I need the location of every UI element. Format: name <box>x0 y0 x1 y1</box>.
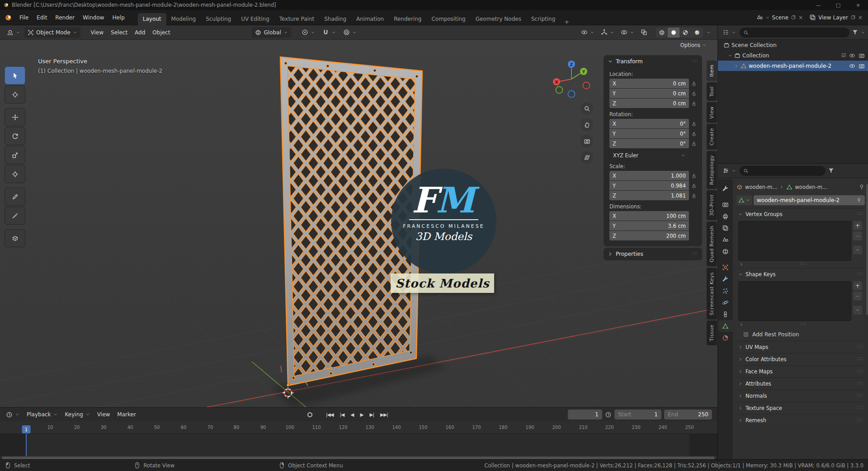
remove-view-layer-icon[interactable]: × <box>858 14 863 21</box>
ortho-toggle-button[interactable] <box>580 151 593 164</box>
menu-file[interactable]: File <box>15 12 33 23</box>
lock-location-x[interactable] <box>689 81 698 86</box>
panel-grip-icon[interactable] <box>856 345 863 349</box>
mesh-datablock-selector[interactable] <box>736 195 752 205</box>
properties-scrollbar[interactable] <box>866 184 868 315</box>
panel-grip-icon[interactable] <box>799 323 807 326</box>
remove-vertex-group-button[interactable]: − <box>853 231 862 240</box>
play-reverse-button[interactable]: ◀ <box>349 411 355 418</box>
show-gizmo-toggle[interactable] <box>598 27 618 38</box>
checkbox-checked-icon[interactable]: ☑ <box>841 52 846 58</box>
jump-to-start-button[interactable]: |◀◀ <box>324 411 335 418</box>
color-attributes-header[interactable]: Color Attributes <box>736 353 865 365</box>
panel-grip-icon[interactable] <box>856 212 863 216</box>
shading-rendered-button[interactable] <box>691 28 703 38</box>
tab-material[interactable] <box>718 332 733 344</box>
next-keyframe-button[interactable]: ▶| <box>368 411 376 418</box>
remesh-header[interactable]: Remesh <box>736 414 865 426</box>
shape-key-specials-button[interactable] <box>853 306 862 315</box>
scale-x-field[interactable]: X1.000 <box>609 171 689 180</box>
remove-shape-key-button[interactable]: − <box>853 292 862 301</box>
workspace-tab-rendering[interactable]: Rendering <box>389 13 426 25</box>
transform-panel-header[interactable]: Transform <box>604 55 702 68</box>
tab-world[interactable] <box>718 245 733 257</box>
tab-render[interactable] <box>718 198 733 210</box>
pan-button[interactable] <box>580 118 593 131</box>
new-view-layer-icon[interactable] <box>850 15 856 20</box>
menu-select[interactable]: Select <box>108 27 131 38</box>
panel-grip-icon[interactable] <box>799 263 807 266</box>
view-layer-selector[interactable]: View Layer × <box>809 14 863 21</box>
menu-keying[interactable]: Keying <box>62 409 93 420</box>
shading-wireframe-button[interactable] <box>656 28 668 38</box>
rotation-z-field[interactable]: Z0° <box>609 139 689 148</box>
proportional-editing-toggle[interactable] <box>340 27 360 38</box>
tab-modifiers[interactable] <box>718 273 733 285</box>
dimensions-y-field[interactable]: Y3.6 cm <box>609 221 689 231</box>
sidebar-tab-quad-remesh[interactable]: Quad Remesh <box>707 221 717 266</box>
jump-to-end-button[interactable]: ▶▶| <box>378 411 390 418</box>
tool-rotate[interactable] <box>5 127 25 145</box>
panel-grip-icon[interactable] <box>856 370 863 373</box>
filter-icon[interactable] <box>852 29 859 36</box>
mesh-panel-object[interactable] <box>280 57 422 386</box>
playhead-line[interactable] <box>26 434 27 456</box>
sidebar-tab-screencast-keys[interactable]: Screencast Keys <box>707 268 717 320</box>
sidebar-tab-tool[interactable]: Tool <box>707 82 717 101</box>
3d-viewport[interactable]: User Perspective (1) Collection | wooden… <box>0 40 717 407</box>
snap-toggle[interactable] <box>319 27 339 38</box>
frame-start-field[interactable]: Start1 <box>614 410 661 419</box>
outliner-editor-type[interactable] <box>721 27 737 38</box>
attributes-header[interactable]: Attributes <box>736 378 865 390</box>
tool-select-box[interactable] <box>5 66 25 85</box>
close-button[interactable]: × <box>848 0 868 10</box>
mesh-name-field[interactable]: wooden-mesh-panel-module-2 <box>754 195 865 205</box>
timeline-track-area[interactable] <box>0 434 717 456</box>
outliner-row-object-selected[interactable]: wooden-mesh-panel-module-2 <box>718 61 868 71</box>
menu-view[interactable]: View <box>88 27 107 38</box>
tool-cursor[interactable] <box>5 85 25 104</box>
scale-z-field[interactable]: Z1.081 <box>609 191 689 200</box>
menu-help[interactable]: Help <box>108 12 128 23</box>
scale-y-field[interactable]: Y0.984 <box>609 181 689 190</box>
rotation-x-field[interactable]: X0° <box>609 119 689 128</box>
lock-scale-x[interactable] <box>689 173 698 179</box>
tool-measure[interactable] <box>5 207 25 225</box>
workspace-tab-layout[interactable]: Layout <box>138 13 166 25</box>
location-y-field[interactable]: Y0 cm <box>609 89 689 98</box>
gizmo-x-neg-axis[interactable] <box>583 82 590 89</box>
texture-space-header[interactable]: Texture Space <box>736 402 865 414</box>
menu-render[interactable]: Render <box>51 12 79 23</box>
tab-scene[interactable] <box>718 234 733 245</box>
navigation-gizmo[interactable]: Z Y X <box>551 58 592 100</box>
lock-location-y[interactable] <box>689 91 698 96</box>
rotation-y-field[interactable]: Y0° <box>609 129 689 138</box>
fake-user-shield-icon[interactable] <box>856 198 862 203</box>
dimensions-z-field[interactable]: Z200 cm <box>609 231 689 240</box>
mode-selector[interactable]: Object Mode <box>24 27 80 38</box>
sidebar-tab-create[interactable]: Create <box>707 124 717 150</box>
workspace-tab-scripting[interactable]: Scripting <box>526 13 560 25</box>
vertex-groups-list[interactable] <box>738 221 851 261</box>
maximize-button[interactable]: □ <box>828 0 848 10</box>
lock-scale-z[interactable] <box>689 193 698 198</box>
menu-add[interactable]: Add <box>132 27 148 38</box>
xray-toggle[interactable] <box>637 27 651 38</box>
menu-marker[interactable]: Marker <box>114 409 139 420</box>
tab-physics[interactable] <box>718 297 733 308</box>
tool-transform[interactable] <box>5 165 25 183</box>
tab-object-data[interactable] <box>718 320 733 332</box>
tab-particles[interactable] <box>718 285 733 297</box>
panel-grip-icon[interactable] <box>691 252 698 256</box>
current-frame-field[interactable]: 1 <box>568 410 602 419</box>
chevron-down-icon[interactable] <box>861 30 865 35</box>
camera-view-button[interactable] <box>580 135 593 147</box>
sidebar-tab-3d-print[interactable]: 3D-Print <box>707 190 717 220</box>
tab-view-layer[interactable] <box>718 222 733 234</box>
chevron-right-icon[interactable] <box>739 322 744 327</box>
eye-icon[interactable] <box>849 63 855 69</box>
add-vertex-group-button[interactable]: + <box>853 221 862 230</box>
timeline-ruler[interactable]: 10 20 30 40 50 60 70 80 90 100 110 120 1… <box>0 421 717 434</box>
show-overlays-toggle[interactable] <box>618 27 637 38</box>
tool-add-cube[interactable] <box>5 229 25 247</box>
